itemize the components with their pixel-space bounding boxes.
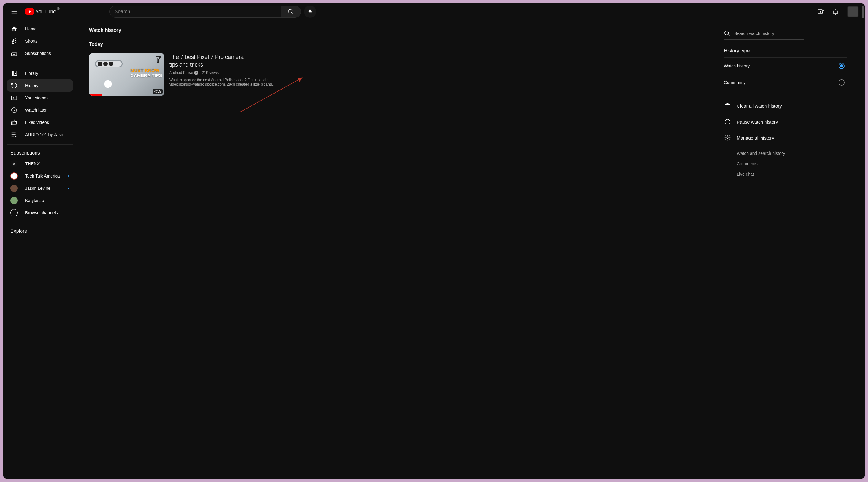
search-icon — [724, 30, 731, 37]
sidebar-item-shorts[interactable]: Shorts — [7, 35, 73, 47]
voice-search-button[interactable] — [304, 5, 316, 18]
manage-history-button[interactable]: Manage all history — [724, 130, 846, 146]
create-icon — [817, 8, 825, 15]
browse-channels[interactable]: + Browse channels — [7, 207, 73, 219]
mic-icon — [307, 9, 313, 14]
video-thumbnail[interactable]: 7 + MUST KNOW CAMERA TIPS 4:59 — [89, 53, 164, 96]
search-history-field[interactable] — [724, 29, 804, 39]
svg-point-7 — [725, 119, 730, 125]
history-type-community[interactable]: Community — [724, 74, 846, 91]
menu-button[interactable] — [8, 5, 20, 18]
subscriptions-heading: Subscriptions — [7, 149, 73, 158]
subscription-katytastic[interactable]: Katytastic — [7, 194, 73, 207]
sidebar-item-your-videos[interactable]: Your videos — [7, 92, 73, 104]
channel-avatar — [10, 185, 18, 192]
playlist-icon — [10, 131, 18, 138]
sidebar-item-history[interactable]: History — [7, 79, 73, 92]
clock-icon — [10, 106, 18, 114]
play-icon — [25, 8, 34, 15]
library-icon — [10, 70, 18, 77]
pause-icon — [724, 118, 731, 125]
section-today: Today — [89, 42, 304, 47]
video-description: Want to sponsor the next Android Police … — [169, 78, 280, 87]
create-button[interactable] — [815, 5, 827, 18]
channel-avatar — [10, 197, 18, 204]
manage-sub-live-chat[interactable]: Live chat — [724, 169, 846, 180]
view-count: 21K views — [202, 70, 219, 75]
plus-icon: + — [10, 209, 18, 217]
youtube-logo[interactable]: YouTube IN — [25, 8, 60, 15]
subscription-tech-talk-america[interactable]: Tech Talk America — [7, 170, 73, 182]
history-type-watch[interactable]: Watch history — [724, 57, 846, 74]
history-icon — [10, 82, 18, 89]
search-history-input[interactable] — [734, 31, 804, 36]
sidebar-item-playlist[interactable]: AUDIO 101 by Jaso… — [7, 128, 73, 141]
video-title[interactable]: The 7 best Pixel 7 Pro camera tips and t… — [169, 53, 249, 69]
explore-heading: Explore — [7, 227, 73, 236]
search-input[interactable] — [115, 9, 281, 14]
topbar: YouTube IN — [3, 3, 865, 20]
main-content: Watch history Today 7 + MUST KNOW — [77, 20, 865, 479]
gear-icon — [724, 134, 731, 141]
sidebar-item-subscriptions[interactable]: Subscriptions — [7, 47, 73, 60]
history-type-heading: History type — [724, 48, 846, 54]
search-button[interactable] — [281, 5, 301, 18]
manage-sub-watch-search[interactable]: Watch and search history — [724, 148, 846, 159]
home-icon — [10, 25, 18, 32]
search-icon — [287, 8, 294, 15]
brand-text: YouTube — [35, 8, 56, 15]
page-title: Watch history — [89, 28, 304, 33]
sidebar-item-liked-videos[interactable]: Liked videos — [7, 116, 73, 128]
account-avatar[interactable] — [848, 6, 858, 17]
channel-avatar — [10, 172, 18, 180]
video-duration: 4:59 — [153, 89, 162, 94]
sidebar-item-watch-later[interactable]: Watch later — [7, 104, 73, 116]
subscription-thenx[interactable]: ✕ THENX — [7, 158, 73, 170]
history-video-row: 7 + MUST KNOW CAMERA TIPS 4:59 The 7 bes… — [89, 53, 304, 96]
notifications-button[interactable] — [829, 5, 842, 18]
verified-icon — [194, 71, 198, 75]
your-videos-icon — [10, 94, 18, 101]
svg-point-6 — [725, 31, 729, 35]
thumbs-up-icon — [10, 119, 18, 126]
svg-point-8 — [726, 137, 728, 138]
manage-sub-comments[interactable]: Comments — [724, 159, 846, 169]
new-content-dot — [68, 175, 69, 176]
channel-name[interactable]: Android Police — [169, 70, 193, 75]
channel-avatar: ✕ — [10, 160, 18, 167]
history-controls-panel: History type Watch history Community Cle… — [724, 28, 846, 472]
region-code: IN — [57, 7, 60, 10]
svg-point-0 — [288, 9, 292, 13]
sidebar-item-library[interactable]: Library — [7, 67, 73, 79]
new-content-dot — [68, 188, 69, 189]
radio-checked-icon — [839, 63, 845, 69]
shorts-icon — [10, 37, 18, 45]
watch-progress — [89, 94, 102, 96]
subscription-jason-levine[interactable]: Jason Levine — [7, 182, 73, 194]
sidebar-item-home[interactable]: Home — [7, 23, 73, 35]
divider — [7, 144, 73, 145]
radio-unchecked-icon — [839, 79, 845, 86]
pause-history-button[interactable]: Pause watch history — [724, 114, 846, 130]
scrollbar[interactable] — [862, 6, 864, 19]
trash-icon — [724, 102, 731, 109]
clear-history-button[interactable]: Clear all watch history — [724, 98, 846, 114]
divider — [7, 223, 73, 223]
search-field[interactable] — [110, 5, 281, 18]
bell-icon — [832, 8, 839, 15]
subscriptions-icon — [10, 50, 18, 57]
sidebar: Home Shorts Subscriptions Library Histor… — [3, 20, 77, 479]
